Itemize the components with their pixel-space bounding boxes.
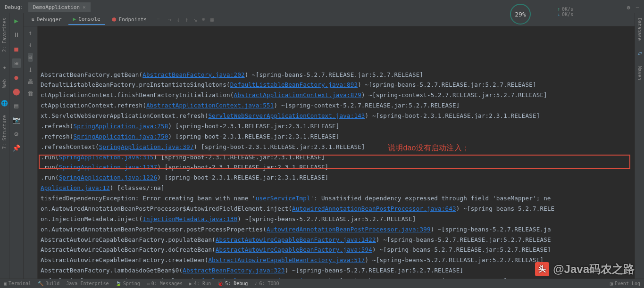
stack-trace-line: .run(SpringApplication.java:1237) [sprin… <box>41 162 632 173</box>
right-tool-strip: Database m Maven <box>635 13 644 280</box>
console-toolbar: ↑ ↓ ⊟ ⤓ 🖶 🗑 <box>24 26 38 280</box>
terminal-tool[interactable]: ▣ Terminal <box>4 281 31 286</box>
todo-tool[interactable]: ✓ 6: TODO <box>254 281 279 286</box>
camera-icon[interactable]: 📷 <box>12 115 21 124</box>
debug-toolbar: ▶ ⏸ ■ ⊞ ● ⬤ ▤ 📷 ⚙ 📌 <box>9 13 24 280</box>
scroll-end-icon[interactable]: ⤓ <box>28 66 33 74</box>
source-link[interactable]: AbstractAutowireCapableBeanFactory.java:… <box>216 236 376 243</box>
step-out-icon[interactable]: ↑ <box>185 16 189 23</box>
hide-icon[interactable]: — <box>636 4 639 11</box>
debug-tab-bar: Debug: DemoApplication × ⚙ — <box>0 2 644 13</box>
network-stats: ↑0K/s ↓0K/s <box>557 7 573 17</box>
up-stack-icon[interactable]: ↑ <box>29 29 33 36</box>
source-link[interactable]: AutowiredAnnotationBeanPostProcessor.jav… <box>267 226 431 233</box>
build-tool[interactable]: 🔨 Build <box>38 281 59 286</box>
tab-console[interactable]: ▶ Console <box>68 14 105 25</box>
stack-trace-line: tisfiedDependencyException: Error creati… <box>41 193 632 204</box>
console-icon: ▶ <box>73 16 76 22</box>
stack-trace-line: ctApplicationContext.finishBeanFactoryIn… <box>41 90 632 100</box>
close-icon[interactable]: × <box>83 4 86 10</box>
view-breakpoints-icon[interactable]: ⊞ <box>12 58 21 68</box>
event-log-tool[interactable]: ◨ Event Log <box>610 281 640 286</box>
source-link[interactable]: DefaultListableBeanFactory.java:893 <box>230 81 358 88</box>
messages-tool[interactable]: ✉ 0: Messages <box>147 281 183 286</box>
source-link[interactable]: SpringApplication.java:1237 <box>59 164 158 171</box>
stack-trace-line: .refresh(SpringApplication.java:750) [sp… <box>41 132 632 142</box>
source-link[interactable]: AbstractAutowireCapableBeanFactory.java:… <box>216 246 372 253</box>
stack-trace-line: DefaultListableBeanFactory.preInstantiat… <box>41 80 632 90</box>
maven-icon[interactable]: m <box>638 50 641 57</box>
source-link[interactable]: ServletWebServerApplicationContext.java:… <box>208 112 365 119</box>
stack-trace-line: ctApplicationContext.refresh(AbstractApp… <box>41 100 632 111</box>
favorites-tool[interactable]: 2: Favorites <box>2 18 7 52</box>
down-stack-icon[interactable]: ↓ <box>29 41 33 48</box>
source-link[interactable]: SpringApplication.java:750 <box>74 133 168 140</box>
divider: ≡ <box>156 16 159 23</box>
stop-icon[interactable]: ■ <box>12 44 21 54</box>
source-link[interactable]: Application.java:12 <box>41 184 110 191</box>
mute-breakpoints-icon[interactable]: ● <box>12 73 21 82</box>
layout-icon[interactable]: ▤ <box>12 101 21 110</box>
clear-icon[interactable]: 🗑 <box>27 90 33 97</box>
stack-trace-line: .refresh(SpringApplication.java:758) [sp… <box>41 121 632 132</box>
star-icon[interactable]: ★ <box>3 64 6 71</box>
stack-trace-line: on.AutowiredAnnotationBeanPostProcessor.… <box>41 224 632 235</box>
source-link[interactable]: SpringApplication.java:397 <box>99 143 194 150</box>
structure-tool[interactable]: 7: Structure <box>2 115 7 149</box>
globe-icon[interactable]: 🌐 <box>1 100 8 107</box>
source-link[interactable]: AbstractBeanFactory.java:202 <box>142 71 244 78</box>
stack-trace-line: xt.ServletWebServerApplicationContext.re… <box>41 111 632 121</box>
source-link[interactable]: AbstractApplicationContext.java:551 <box>146 102 274 109</box>
source-link[interactable]: AbstractApplicationContext.java:879 <box>234 91 361 99</box>
settings-icon[interactable]: ⚙ <box>12 129 21 139</box>
debug-tool[interactable]: 🐞 5: Debug <box>217 281 248 286</box>
memory-gauge[interactable]: 29% <box>510 4 531 25</box>
stack-trace-line: on.AutowiredAnnotationBeanPostProcessor$… <box>41 204 632 214</box>
step-over-icon[interactable]: ↷ <box>168 16 172 23</box>
debugger-icon: ⇅ <box>31 16 34 23</box>
gear-icon[interactable]: ⚙ <box>627 4 630 11</box>
web-tool[interactable]: Web <box>2 79 7 88</box>
stack-trace-line: AbstractBeanFactory.lambda$doGetBean$0(A… <box>41 265 632 276</box>
evaluate-icon[interactable]: ⊞ <box>202 16 206 23</box>
run-to-cursor-icon[interactable]: ↘ <box>193 16 197 23</box>
breakpoint-icon[interactable]: ⬤ <box>12 87 21 96</box>
status-bar: ▣ Terminal 🔨 Build Java Enterprise 🍃 Spr… <box>0 279 644 288</box>
stack-trace-line: .run(SpringApplication.java:315) [spring… <box>41 152 632 163</box>
run-config-tab[interactable]: DemoApplication × <box>28 2 91 12</box>
left-tool-strip: 2: Favorites ★ Web 🌐 7: Structure <box>0 13 9 280</box>
source-link[interactable]: AbstractAutowireCapableBeanFactory.java:… <box>208 256 365 263</box>
debug-sub-tabs: ⇅ Debugger ▶ Console ⬢ Endpoints ≡ ↷ ↓ ↑… <box>24 13 635 26</box>
pause-icon[interactable]: ⏸ <box>12 30 21 40</box>
step-into-icon[interactable]: ↓ <box>176 16 180 23</box>
endpoints-icon: ⬢ <box>112 16 117 23</box>
source-link[interactable]: SpringApplication.java:1226 <box>59 174 158 181</box>
upload-icon: ↑ <box>557 7 560 12</box>
source-link[interactable]: AutowiredAnnotationBeanPostProcessor.jav… <box>292 205 456 212</box>
spring-tool[interactable]: 🍃 Spring <box>116 281 140 286</box>
maven-tool[interactable]: Maven <box>637 66 642 80</box>
pin-icon[interactable]: 📌 <box>12 143 21 153</box>
source-link[interactable]: AbstractBeanFactory.java:323 <box>183 267 284 274</box>
source-link[interactable]: SpringApplication.java:758 <box>74 123 168 130</box>
source-link[interactable]: InjectionMetadata.java:130 <box>142 215 237 222</box>
print-icon[interactable]: 🖶 <box>27 78 33 85</box>
debug-label: Debug: <box>0 4 28 10</box>
database-tool[interactable]: Database <box>637 18 642 41</box>
run-tool[interactable]: ▶ 4: Run <box>189 281 211 286</box>
tab-endpoints[interactable]: ⬢ Endpoints <box>107 15 152 25</box>
source-link[interactable]: SpringApplication.java:315 <box>59 154 154 161</box>
download-icon: ↓ <box>557 12 560 17</box>
stack-trace-line: on.InjectionMetadata.inject(InjectionMet… <box>41 214 632 224</box>
source-link[interactable]: userServiceImpl <box>256 195 310 202</box>
java-ent-tool[interactable]: Java Enterprise <box>66 281 109 286</box>
tab-debugger[interactable]: ⇅ Debugger <box>26 15 67 25</box>
frames-icon[interactable]: ▦ <box>210 16 214 23</box>
stack-trace-line: AbstractBeanFactory.getBean(AbstractBean… <box>41 70 632 80</box>
stack-trace-line: Application.java:12) [classes/:na] <box>41 183 632 193</box>
stack-trace-line: AbstractAutowireCapableBeanFactory.doCre… <box>41 245 632 255</box>
console-output[interactable]: 说明dao没有启动注入； AbstractBeanFactory.getBean… <box>38 26 635 280</box>
rerun-icon[interactable]: ▶ <box>12 16 21 25</box>
soft-wrap-icon[interactable]: ⊟ <box>28 53 33 62</box>
step-controls: ↷ ↓ ↑ ↘ ⊞ ▦ <box>168 16 214 23</box>
